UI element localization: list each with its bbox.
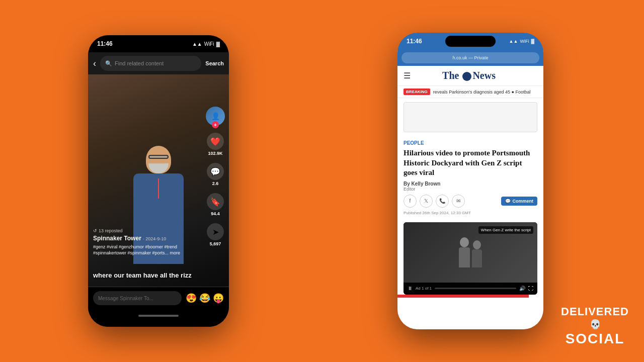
message-bar[interactable]: Message Spinnaker To... 😍 😂 😛: [88, 287, 229, 309]
tiktok-phone: 11:46 ▲▲ WiFi ▓ ‹ 🔍 Find related content…: [88, 35, 229, 327]
tiktok-time: 11:46: [97, 40, 113, 47]
email-share-button[interactable]: ✉: [452, 195, 465, 208]
tiktok-side-actions: 👤 + ❤️ 102.9K 💬 2.6 🔖 94.4: [206, 107, 225, 246]
video-controls[interactable]: ⏸ Ad 1 of 1 🔊 ⛶: [404, 283, 537, 295]
person-1: [459, 237, 470, 267]
video-tags: #genz #viral #genzhumor #boomer #trend #…: [93, 244, 201, 256]
emoji-heart-eyes[interactable]: 😍: [186, 293, 197, 304]
repost-info: ↺ 13 reposted: [93, 228, 201, 233]
fullscreen-icon[interactable]: ⛶: [528, 286, 533, 291]
person-lanyard: [158, 178, 159, 199]
article-author: By Kelly Brown: [404, 181, 537, 187]
comment-icon: 💬: [207, 163, 224, 180]
person-2-head: [473, 240, 481, 249]
hamburger-icon[interactable]: ☰: [404, 71, 411, 80]
comment-label: Comment: [512, 199, 533, 204]
news-browser-bar[interactable]: h.co.uk — Private: [397, 50, 543, 66]
news-status-bar: 11:46 ▲▲ WiFi ▓: [397, 33, 543, 50]
bookmark-icon: 🔖: [207, 193, 224, 210]
article-share-row: f 𝕏 📞 ✉ 💬 Comment: [404, 195, 537, 208]
like-count: 102.9K: [208, 151, 222, 156]
news-time: 11:46: [407, 38, 422, 45]
action-like[interactable]: ❤️ 102.9K: [207, 133, 224, 156]
tiktok-status-icons: ▲▲ WiFi ▓: [192, 41, 220, 47]
tiktok-video-info: ↺ 13 reposted Spinnaker Tower · 2024-9-1…: [93, 228, 201, 256]
emoji-tongue[interactable]: 😛: [213, 293, 224, 304]
person-1-body: [459, 247, 470, 267]
creator-avatar: 👤 +: [206, 107, 225, 126]
comment-icon: 💬: [505, 199, 511, 204]
comment-count: 2.6: [212, 181, 219, 186]
wifi-icon: WiFi: [204, 41, 214, 47]
breaking-bar: BREAKING reveals Parkinson's diagnosis a…: [397, 86, 543, 98]
emoji-row[interactable]: 😍 😂 😛: [186, 293, 224, 304]
article-title: Hilarious video to promote Portsmouth Hi…: [404, 148, 537, 178]
tiktok-notch: [133, 38, 184, 49]
username-text: Spinnaker Tower: [93, 235, 141, 242]
follow-plus: +: [212, 121, 219, 128]
tiktok-status-bar: 11:46 ▲▲ WiFi ▓: [88, 35, 229, 52]
action-share[interactable]: ➤ 5,697: [207, 223, 224, 246]
action-comment[interactable]: 💬 2.6: [207, 163, 224, 186]
delivered-social-logo: DELIVERED 💀 SOCIAL: [561, 306, 629, 347]
facebook-share-button[interactable]: f: [404, 195, 417, 208]
action-bookmark[interactable]: 🔖 94.4: [207, 193, 224, 216]
tiktok-screen: ‹ 🔍 Find related content Search: [88, 52, 229, 327]
skull-icon: 💀: [561, 319, 629, 330]
volume-icon[interactable]: 🔊: [519, 286, 525, 291]
tiktok-video: where our team have all the rizz 👤 + ❤️ …: [88, 74, 229, 287]
tiktok-search-bar[interactable]: ‹ 🔍 Find related content Search: [88, 52, 229, 74]
bookmark-count: 94.4: [211, 211, 220, 216]
person-beard: [148, 163, 169, 173]
search-placeholder: Find related content: [115, 60, 164, 66]
tiktok-bottom-bar: Message Spinnaker To... 😍 😂 😛: [88, 287, 229, 327]
news-logo: The News: [416, 70, 522, 81]
page-progress-bar: [397, 295, 529, 298]
ad-indicator: Ad 1 of 1: [416, 286, 432, 291]
person-1-head: [460, 237, 469, 247]
news-header: ☰ The News: [397, 66, 543, 86]
signal-icon: ▲▲: [192, 41, 202, 47]
person-2: [472, 240, 482, 267]
signal-icon: ▲▲: [509, 39, 518, 44]
search-button[interactable]: Search: [205, 60, 224, 66]
search-input-container[interactable]: 🔍 Find related content: [100, 56, 201, 71]
search-icon: 🔍: [105, 60, 112, 67]
share-count: 5,697: [210, 241, 221, 246]
phone-share-button[interactable]: 📞: [436, 195, 449, 208]
news-phone: 11:46 ▲▲ WiFi ▓ h.co.uk — Private ☰ The …: [397, 33, 543, 329]
article-date: Published 26th Sep 2024, 12:33 GMT: [404, 211, 537, 215]
news-screen: ☰ The News BREAKING reveals Parkinson's …: [397, 66, 543, 329]
person-2-body: [472, 249, 482, 267]
pause-icon[interactable]: ⏸: [408, 286, 413, 291]
back-button[interactable]: ‹: [93, 58, 96, 69]
breaking-label: BREAKING: [404, 88, 430, 95]
person-head: [146, 146, 171, 173]
battery-icon: ▓: [216, 41, 220, 47]
heart-icon: ❤️: [207, 133, 224, 150]
video-overlay-label: When Gen Z write the script: [478, 226, 533, 234]
video-person: [123, 146, 194, 287]
breaking-text: reveals Parkinson's diagnosis aged 45 ● …: [433, 89, 531, 95]
video-people: [459, 237, 482, 267]
news-notch: [445, 36, 496, 47]
video-subtitle: where our team have all the rizz: [93, 272, 204, 279]
twitter-share-button[interactable]: 𝕏: [420, 195, 433, 208]
message-input[interactable]: Message Spinnaker To...: [93, 291, 182, 305]
comment-button[interactable]: 💬 Comment: [501, 197, 537, 206]
action-avatar[interactable]: 👤 +: [206, 107, 225, 126]
browser-url[interactable]: h.co.uk — Private: [401, 52, 539, 63]
article-category[interactable]: People: [404, 140, 537, 146]
news-logo-text: The News: [442, 70, 496, 81]
video-username: Spinnaker Tower · 2024-9-10: [93, 235, 201, 242]
emoji-laugh[interactable]: 😂: [199, 293, 210, 304]
article-role: Editor: [404, 187, 537, 192]
share-icon: ➤: [207, 223, 224, 240]
battery-icon: ▓: [531, 39, 534, 44]
wifi-icon: WiFi: [520, 39, 529, 44]
article-video-player[interactable]: When Gen Z write the script ⏸ Ad 1 of 1 …: [404, 222, 537, 295]
video-date: · 2024-9-10: [143, 236, 166, 241]
share-icons: f 𝕏 📞 ✉: [404, 195, 465, 208]
message-placeholder: Message Spinnaker To...: [98, 296, 153, 301]
person-glasses: [148, 155, 169, 159]
